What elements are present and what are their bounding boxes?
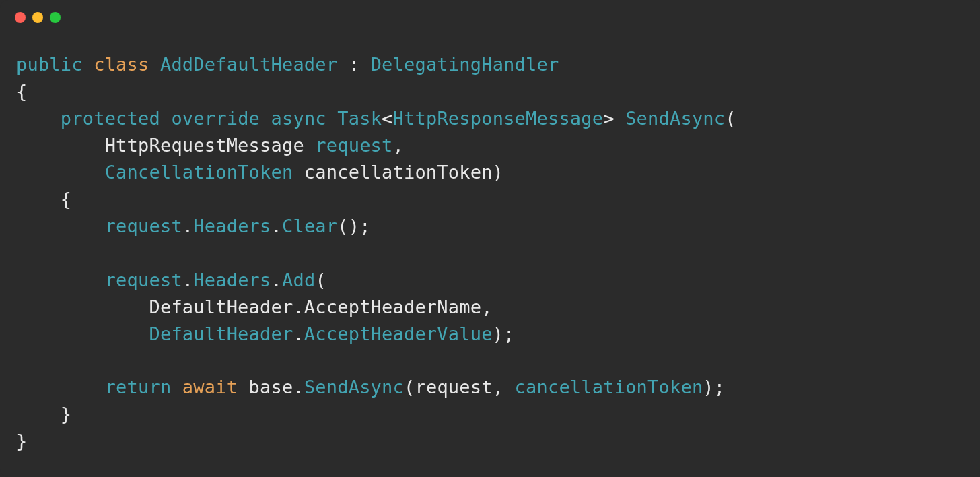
punct-dot: . <box>271 269 282 290</box>
method-sendasync: SendAsync <box>304 377 404 398</box>
keyword-return: return <box>105 377 172 398</box>
punct-close: ); <box>703 377 725 398</box>
punct-call: (); <box>337 216 370 236</box>
punct-paren-open: ( <box>725 108 736 129</box>
ident-base: base <box>238 377 293 398</box>
ident-acceptheadername: AcceptHeaderName <box>304 296 481 317</box>
punct-close: ); <box>493 323 515 344</box>
punct-lt: < <box>382 108 392 129</box>
keyword-protected: protected <box>61 108 160 129</box>
indent <box>16 323 149 344</box>
code-line-13: return await base.SendAsync(request, can… <box>16 377 725 398</box>
code-line-3: protected override async Task<HttpRespon… <box>16 108 736 129</box>
code-line-11: DefaultHeader.AcceptHeaderValue); <box>16 323 515 344</box>
code-line-9: request.Headers.Add( <box>16 269 326 290</box>
window-titlebar <box>0 0 980 28</box>
brace-close-method: } <box>61 404 71 424</box>
brace-close: } <box>16 431 27 451</box>
keyword-async: async <box>271 108 326 129</box>
keyword-await: await <box>182 377 238 398</box>
punct-dot: . <box>293 377 304 398</box>
param-cancellationtoken: cancellationToken <box>293 162 492 183</box>
punct-comma: , <box>481 296 492 317</box>
indent <box>16 269 105 290</box>
keyword-override: override <box>171 108 260 129</box>
type-httpresponsemessage: HttpResponseMessage <box>393 108 604 129</box>
close-icon[interactable] <box>15 12 26 23</box>
punct-gt: > <box>603 108 625 129</box>
punct-dot: . <box>293 296 304 317</box>
keyword-public: public <box>16 54 83 75</box>
indent <box>16 162 105 183</box>
minimize-icon[interactable] <box>32 12 43 23</box>
code-line-7: request.Headers.Clear(); <box>16 216 371 236</box>
type-task: Task <box>337 108 382 129</box>
code-line-6: { <box>16 189 71 210</box>
type-delegatinghandler: DelegatingHandler <box>371 54 559 75</box>
punct-dot: . <box>293 323 304 344</box>
type-cancellationtoken: CancellationToken <box>105 162 293 183</box>
punct-dot: . <box>271 216 282 236</box>
keyword-class: class <box>94 54 149 75</box>
punct-paren-close: ) <box>493 162 503 183</box>
maximize-icon[interactable] <box>50 12 61 23</box>
param-request: request <box>315 135 392 156</box>
indent <box>16 296 149 317</box>
code-line-1: public class AddDefaultHeader : Delegati… <box>16 54 559 75</box>
punct-paren-open: ( <box>315 269 326 290</box>
arg-cancellationtoken: cancellationToken <box>515 377 703 398</box>
punct-comma: , <box>393 135 404 156</box>
method-add: Add <box>282 269 315 290</box>
code-line-4: HttpRequestMessage request, <box>16 135 404 156</box>
type-httprequestmessage: HttpRequestMessage <box>105 135 316 156</box>
type-adddefaultheader: AddDefaultHeader <box>160 54 337 75</box>
ident-headers: Headers <box>193 216 271 236</box>
indent <box>16 189 61 210</box>
arg-request: request <box>415 377 492 398</box>
code-block: public class AddDefaultHeader : Delegati… <box>0 28 980 471</box>
ident-defaultheader: DefaultHeader <box>149 323 293 344</box>
method-clear: Clear <box>282 216 337 236</box>
ident-request: request <box>105 269 182 290</box>
ident-headers: Headers <box>193 269 271 290</box>
ident-defaultheader: DefaultHeader <box>149 296 293 317</box>
ident-acceptheadervalue: AcceptHeaderValue <box>304 323 493 344</box>
code-line-10: DefaultHeader.AcceptHeaderName, <box>16 296 493 317</box>
code-window: public class AddDefaultHeader : Delegati… <box>0 0 980 477</box>
punct-dot: . <box>182 216 193 236</box>
punct-colon: : <box>337 54 370 75</box>
punct-dot: . <box>182 269 193 290</box>
brace-open: { <box>16 81 27 102</box>
indent <box>16 404 61 424</box>
code-line-14: } <box>16 404 71 424</box>
indent <box>16 216 105 236</box>
ident-request: request <box>105 216 182 236</box>
punct-comma: , <box>493 377 515 398</box>
punct-paren-open: ( <box>404 377 415 398</box>
indent <box>16 108 61 129</box>
brace-open-method: { <box>61 189 71 210</box>
indent <box>16 135 105 156</box>
method-sendasync: SendAsync <box>625 108 725 129</box>
indent <box>16 377 105 398</box>
code-line-5: CancellationToken cancellationToken) <box>16 162 503 183</box>
